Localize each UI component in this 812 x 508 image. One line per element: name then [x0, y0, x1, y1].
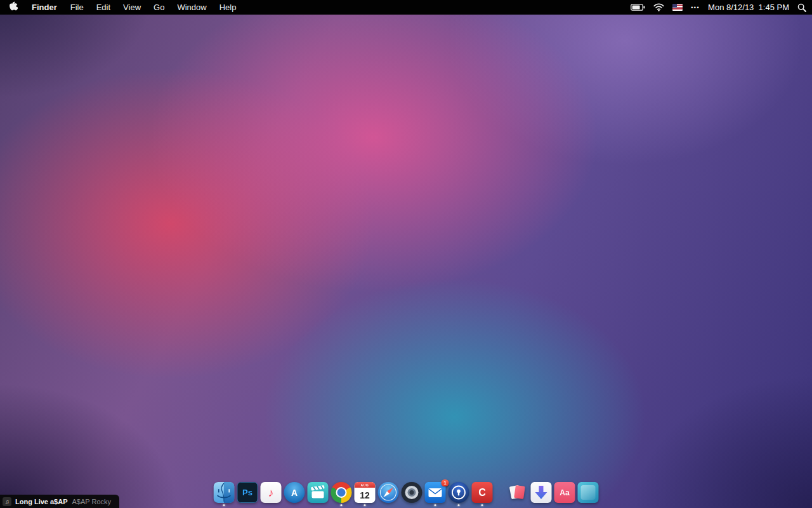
dock: Ps ♪ A [214, 482, 599, 506]
menu-clock[interactable]: Mon 8/12/13 1:45 PM [708, 3, 789, 12]
spotlight-icon[interactable] [797, 3, 806, 12]
fonts-app-icon: Aa [554, 482, 575, 503]
dock-icon-downloads[interactable] [531, 482, 552, 506]
dock-icon-c-app[interactable]: C [472, 482, 493, 506]
running-indicator [458, 504, 460, 506]
lens-app-icon [402, 482, 422, 503]
wallpaper [0, 0, 812, 508]
app-store-icon: A [284, 482, 305, 503]
dock-icon-teal-app[interactable] [578, 482, 599, 506]
dock-icon-calendar[interactable]: AUG 12 [355, 482, 376, 506]
calendar-month-band: AUG [355, 482, 376, 488]
dock-icon-fonts-app[interactable]: Aa [554, 482, 575, 506]
app-store-letter: A [291, 488, 298, 498]
calendar-day: 12 [355, 488, 376, 503]
menu-bar-left: Finder File Edit View Go Window Help [0, 0, 242, 15]
teal-app-icon [578, 482, 599, 503]
dock-icon-finder[interactable] [214, 482, 235, 506]
dock-icon-chrome[interactable] [331, 482, 352, 506]
documents-stack-icon [508, 482, 528, 503]
fonts-app-letters: Aa [560, 488, 569, 497]
keyhole-app-icon [449, 482, 469, 503]
menu-item-view[interactable]: View [117, 0, 147, 15]
apple-logo-icon [10, 1, 18, 13]
now-playing-title: Long Live a$AP [15, 498, 68, 505]
finder-icon [214, 482, 235, 503]
dock-icon-itunes[interactable]: ♪ [261, 482, 282, 506]
running-indicator [435, 504, 436, 506]
menu-bar: Finder File Edit View Go Window Help [0, 0, 812, 15]
photoshop-label: Ps [242, 488, 252, 497]
clapperboard-icon [308, 482, 329, 503]
dock-icon-video-app[interactable] [308, 482, 329, 506]
download-arrow-icon [531, 482, 552, 503]
running-indicator [341, 504, 343, 506]
running-indicator [364, 504, 366, 506]
safari-icon [378, 482, 399, 503]
document-page-front [514, 485, 525, 499]
keyboard-layout-us-flag-icon[interactable] [672, 4, 683, 11]
teal-app-inner [581, 485, 596, 500]
menu-item-file[interactable]: File [64, 0, 90, 15]
music-note-glyph: ♪ [268, 487, 274, 498]
mail-icon: 1 [425, 482, 446, 503]
calendar-icon: AUG 12 [355, 482, 376, 503]
dock-icon-photoshop[interactable]: Ps [237, 482, 258, 506]
dock-icon-documents-stack[interactable] [508, 482, 528, 506]
music-note-app-icon: ♪ [261, 482, 282, 503]
menu-item-help[interactable]: Help [213, 0, 243, 15]
menu-item-window[interactable]: Window [171, 0, 213, 15]
dock-icon-lens-app[interactable] [402, 482, 422, 506]
chrome-hub [336, 487, 347, 498]
photoshop-icon: Ps [237, 482, 258, 503]
dock-icon-keyhole-app[interactable] [449, 482, 469, 506]
music-note-icon: ♫ [3, 497, 11, 506]
running-indicator [223, 504, 225, 506]
chrome-icon [331, 482, 352, 503]
menu-item-edit[interactable]: Edit [90, 0, 117, 15]
dock-icon-app-store[interactable]: A [284, 482, 305, 506]
lens-core [410, 490, 414, 495]
now-playing-artist: A$AP Rocky [72, 498, 112, 505]
c-app-letter: C [478, 487, 486, 498]
menu-bar-status: ••• Mon 8/12/13 1:45 PM [631, 0, 812, 15]
dock-icon-mail[interactable]: 1 [425, 482, 446, 506]
running-indicator [481, 504, 483, 506]
c-app-icon: C [472, 482, 493, 503]
apple-menu[interactable] [0, 1, 25, 13]
battery-icon[interactable] [631, 3, 645, 11]
music-note-glyph: ♫ [5, 498, 10, 505]
wifi-icon[interactable] [653, 3, 664, 11]
dock-icon-safari[interactable] [378, 482, 399, 506]
menu-item-finder[interactable]: Finder [25, 0, 64, 15]
now-playing-bar[interactable]: ♫ Long Live a$AP A$AP Rocky [0, 495, 119, 508]
menu-item-go[interactable]: Go [147, 0, 171, 15]
desktop: Finder File Edit View Go Window Help [0, 0, 812, 508]
overflow-menu-icon[interactable]: ••• [691, 4, 700, 11]
